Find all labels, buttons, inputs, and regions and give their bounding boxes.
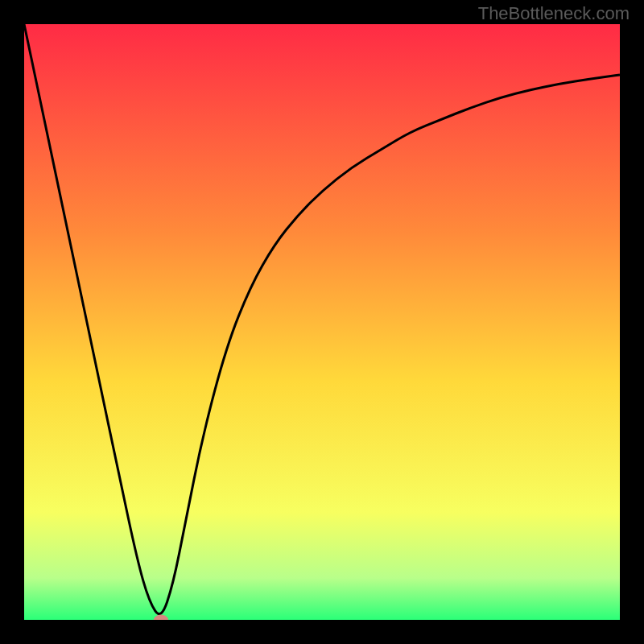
chart-svg: [24, 24, 620, 620]
gradient-background: [24, 24, 620, 620]
watermark-text: TheBottleneck.com: [478, 3, 630, 24]
chart-area: [24, 24, 620, 620]
optimal-point-marker: [154, 615, 168, 621]
